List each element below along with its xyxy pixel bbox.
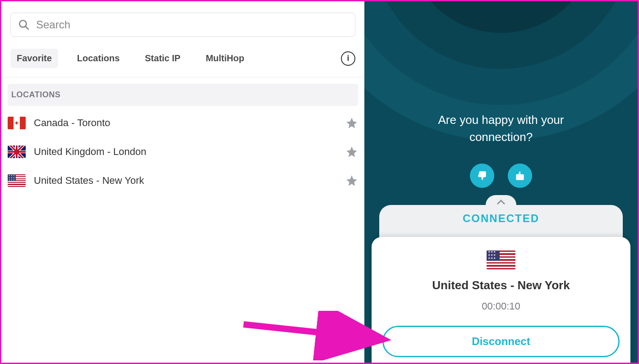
location-label: United Kingdom - London xyxy=(34,146,147,158)
search-input[interactable] xyxy=(36,18,348,31)
list-item[interactable]: ✦ Canada - Toronto xyxy=(1,109,364,137)
svg-line-1 xyxy=(25,26,28,29)
feedback-section: Are you happy with your connection? xyxy=(438,112,564,188)
favorite-locations-list: ✦ Canada - Toronto United Kingdom - Lond… xyxy=(1,106,364,198)
section-header-locations: LOCATIONS xyxy=(8,84,358,106)
location-label: United States - New York xyxy=(34,175,144,187)
star-icon[interactable] xyxy=(345,117,358,129)
tabs-row: Favorite Locations Static IP MultiHop i xyxy=(1,41,364,77)
search-icon xyxy=(18,19,30,31)
connection-card: United States - New York 00:00:10 Discon… xyxy=(372,237,630,363)
chevron-up-icon[interactable] xyxy=(496,198,506,208)
tab-favorite[interactable]: Favorite xyxy=(10,49,58,68)
star-icon[interactable] xyxy=(345,174,358,187)
status-label: CONNECTED xyxy=(379,212,623,225)
search-box[interactable] xyxy=(10,13,355,37)
locations-panel: Favorite Locations Static IP MultiHop i … xyxy=(1,1,364,363)
connection-duration: 00:00:10 xyxy=(482,300,520,312)
flag-canada-icon: ✦ xyxy=(8,117,26,129)
tab-multihop[interactable]: MultiHop xyxy=(199,49,251,68)
connected-flag-icon xyxy=(487,250,515,269)
connected-location: United States - New York xyxy=(432,278,570,292)
list-item[interactable]: United States - New York xyxy=(1,166,364,195)
flag-us-icon xyxy=(8,174,26,187)
connection-panel: Are you happy with your connection? CONN… xyxy=(364,1,638,363)
thumbs-up-button[interactable] xyxy=(508,164,532,188)
tab-static-ip[interactable]: Static IP xyxy=(138,49,187,68)
status-tab[interactable]: CONNECTED xyxy=(379,205,623,238)
star-icon[interactable] xyxy=(345,146,358,158)
tab-locations[interactable]: Locations xyxy=(71,49,126,68)
thumbs-down-icon xyxy=(476,170,488,182)
disconnect-button[interactable]: Disconnect xyxy=(382,326,620,357)
flag-uk-icon xyxy=(8,146,26,158)
feedback-text-line2: connection? xyxy=(469,130,533,144)
location-label: Canada - Toronto xyxy=(34,117,110,129)
feedback-text-line1: Are you happy with your xyxy=(438,113,564,127)
thumbs-up-icon xyxy=(514,170,526,182)
list-item[interactable]: United Kingdom - London xyxy=(1,137,364,166)
info-icon[interactable]: i xyxy=(341,51,355,66)
thumbs-down-button[interactable] xyxy=(470,164,494,188)
